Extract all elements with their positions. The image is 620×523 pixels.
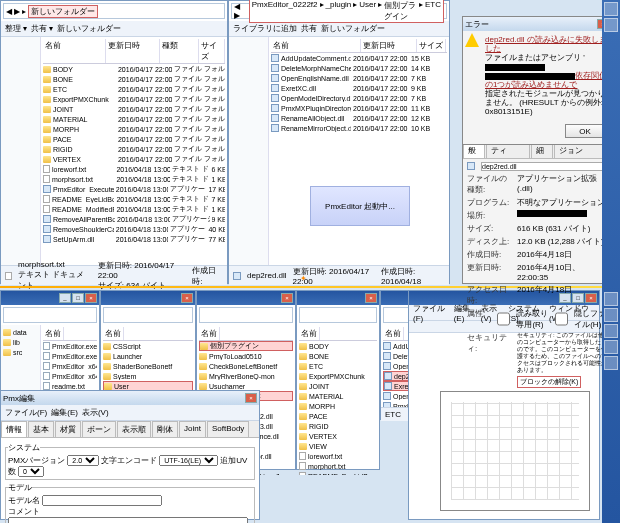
list-item[interactable]: 個別プラグイン xyxy=(199,341,293,351)
list-item[interactable]: MORPH xyxy=(299,401,377,411)
tree-pane[interactable] xyxy=(1,37,41,265)
modelname-input[interactable] xyxy=(42,495,162,506)
list-item[interactable]: VERTEX2016/04/17 22:00ファイル フォル... xyxy=(43,154,225,164)
taskbar-btn[interactable] xyxy=(604,292,618,306)
tab-3[interactable]: ボーン xyxy=(82,421,116,437)
taskbar-btn[interactable] xyxy=(604,2,618,16)
file-list[interactable]: 名前更新日時種類サイズ BODY2016/04/17 22:00ファイル フォル… xyxy=(41,37,227,265)
tab-4[interactable]: 表示順 xyxy=(117,421,151,437)
list-item[interactable]: JOINT xyxy=(299,381,377,391)
list-item[interactable]: MryRiverBoneQ-mon xyxy=(199,371,293,381)
list-item[interactable]: README_EyeLidBone.txt2016/04/18 13:00テキス… xyxy=(43,194,225,204)
menu-file[interactable]: ファイル(F) xyxy=(5,407,47,418)
taskbar-btn[interactable] xyxy=(604,356,618,370)
taskbar-btn[interactable] xyxy=(604,18,618,32)
list-item[interactable]: ETC2016/04/17 22:00ファイル フォル... xyxy=(43,84,225,94)
list-item[interactable]: PACE2016/04/17 22:00ファイル フォル... xyxy=(43,134,225,144)
list-item[interactable]: ExportPMXChunk2016/04/17 22:00ファイル フォル..… xyxy=(43,94,225,104)
tab-1[interactable]: 基本 xyxy=(28,421,54,437)
menu-view[interactable]: 表示(V) xyxy=(82,407,109,418)
list-item[interactable]: RemoveAllParentBone.dll2016/04/18 13:00ア… xyxy=(43,214,225,224)
taskbar-btn[interactable] xyxy=(604,324,618,338)
min-button[interactable]: _ xyxy=(59,293,71,303)
taskbar-btn[interactable] xyxy=(604,340,618,354)
close-button[interactable]: × xyxy=(181,293,193,303)
list-item[interactable]: ShaderBoneBonetf xyxy=(103,361,193,371)
encoding-select[interactable]: UTF-16(LE) xyxy=(159,455,218,466)
ok-button[interactable]: OK xyxy=(565,124,605,138)
tab-5[interactable]: 剛体 xyxy=(152,421,178,437)
list-item[interactable]: DeleteMorphNameCheck.dll2016/04/17 22:00… xyxy=(271,63,447,73)
tab-7[interactable]: SoftBody xyxy=(207,421,249,437)
list-item[interactable]: PACE xyxy=(299,411,377,421)
list-item[interactable]: JOINT2016/04/17 22:00ファイル フォル... xyxy=(43,104,225,114)
menu-edit[interactable]: 編集(E) xyxy=(51,407,78,418)
breadcrumb[interactable]: ◀ ▶ PmxEditor_0222f2▸_plugin▸User▸個別プラグイ… xyxy=(231,3,447,19)
list-item[interactable]: PmxEditor_x64.exe xyxy=(43,361,97,371)
readonly-check[interactable] xyxy=(497,308,510,330)
list-item[interactable]: MORPH2016/04/17 22:00ファイル フォル... xyxy=(43,124,225,134)
list-item[interactable]: PmxEditor_ExecuteBone.dll2016/04/18 13:0… xyxy=(43,184,225,194)
close-button[interactable]: × xyxy=(365,293,377,303)
comment-textarea[interactable] xyxy=(8,517,248,523)
list-item[interactable]: System xyxy=(103,371,193,381)
breadcrumb[interactable] xyxy=(299,307,377,323)
list-item[interactable]: PmxEditor_x64.exe.config xyxy=(43,371,97,381)
list-item[interactable]: ETC xyxy=(299,361,377,371)
list-item[interactable]: AddUpdateComment.dll2016/04/17 22:0015 K… xyxy=(271,53,447,63)
list-item[interactable]: MATERIAL xyxy=(299,391,377,401)
breadcrumb[interactable]: ◀ ▶▸新しいフォルダー xyxy=(3,3,225,19)
breadcrumb[interactable] xyxy=(199,307,293,323)
list-item[interactable]: RIGID xyxy=(299,421,377,431)
list-item[interactable]: BONE2016/04/17 22:00ファイル フォル... xyxy=(43,74,225,84)
list-item[interactable]: SetUpArm.dll2016/04/18 13:00アプリケーション拡張77… xyxy=(43,234,225,244)
list-item[interactable]: RenameAllObject.dll2016/04/17 22:0012 KB xyxy=(271,113,447,123)
tree-pane[interactable] xyxy=(229,37,269,265)
tab-0[interactable]: 情報 xyxy=(1,421,27,437)
filename-input[interactable] xyxy=(481,162,607,171)
menu-file[interactable]: ファイル(F) xyxy=(413,303,450,323)
list-item[interactable]: README_EyeLidBone.txt xyxy=(299,471,377,475)
list-item[interactable]: ExportPMXChunk xyxy=(299,371,377,381)
list-item[interactable]: PmxMXPluginDirectory.dll2016/04/17 22:00… xyxy=(271,103,447,113)
hidden-check[interactable] xyxy=(555,308,568,330)
list-item[interactable]: Launcher xyxy=(103,351,193,361)
list-item[interactable]: PmxEditor.exe xyxy=(43,341,97,351)
list-item[interactable]: OpenModelDirectory.dll2016/04/17 22:007 … xyxy=(271,93,447,103)
list-item[interactable]: morphort.txt xyxy=(299,461,377,471)
list-item[interactable]: morphsort.txt2016/04/18 13:00テキスト ドキュメント… xyxy=(43,174,225,184)
list-item[interactable]: MATERIAL2016/04/17 22:00ファイル フォル... xyxy=(43,114,225,124)
breadcrumb[interactable] xyxy=(103,307,193,323)
close-button[interactable]: × xyxy=(85,293,97,303)
breadcrumb[interactable] xyxy=(3,307,97,323)
3d-viewport[interactable] xyxy=(440,391,590,511)
list-item[interactable]: loreworf.txt2016/04/18 13:00テキスト ドキュメント6… xyxy=(43,164,225,174)
list-item[interactable]: RIGID2016/04/17 22:00ファイル フォル... xyxy=(43,144,225,154)
tab-2[interactable]: 材質 xyxy=(55,421,81,437)
file-list[interactable]: 名前 BODYBONEETCExportPMXChunkJOINTMATERIA… xyxy=(297,325,379,475)
list-item[interactable]: BONE xyxy=(299,351,377,361)
tab-6[interactable]: Joint xyxy=(179,421,206,437)
list-item[interactable]: RemoveShoulderCancel.dll2016/04/18 13:00… xyxy=(43,224,225,234)
list-item[interactable]: CSScript xyxy=(103,341,193,351)
unblock-button[interactable]: ブロックの解除(K) xyxy=(517,376,581,388)
list-item[interactable]: VIEW xyxy=(299,441,377,451)
list-item[interactable]: BODY2016/04/17 22:00ファイル フォル... xyxy=(43,64,225,74)
taskbar-btn[interactable] xyxy=(604,308,618,322)
list-item[interactable]: loreworf.txt xyxy=(299,451,377,461)
list-item[interactable]: ExretXC.dll2016/04/17 22:009 KB xyxy=(271,83,447,93)
list-item[interactable]: README_ModifiedPlus.txt2016/04/18 13:00テ… xyxy=(43,204,225,214)
list-item[interactable]: PmxEditor.exe.config xyxy=(43,351,97,361)
list-item[interactable]: VERTEX xyxy=(299,431,377,441)
list-item[interactable]: BODY xyxy=(299,341,377,351)
close-button[interactable]: × xyxy=(245,393,257,403)
list-item[interactable]: CheckBoneLeftBonetf xyxy=(199,361,293,371)
list-item[interactable]: RenameMirrorObject.dll2016/04/17 22:0010… xyxy=(271,123,447,133)
uv-select[interactable]: 0 xyxy=(18,466,44,477)
file-list[interactable]: 名前更新日時サイズ AddUpdateComment.dll2016/04/17… xyxy=(269,37,449,265)
list-item[interactable]: PmyToLoad0510 xyxy=(199,351,293,361)
close-button[interactable]: × xyxy=(281,293,293,303)
version-select[interactable]: 2.0 xyxy=(67,455,99,466)
list-item[interactable]: OpenEnglishName.dll2016/04/17 22:007 KB xyxy=(271,73,447,83)
max-button[interactable]: □ xyxy=(72,293,84,303)
